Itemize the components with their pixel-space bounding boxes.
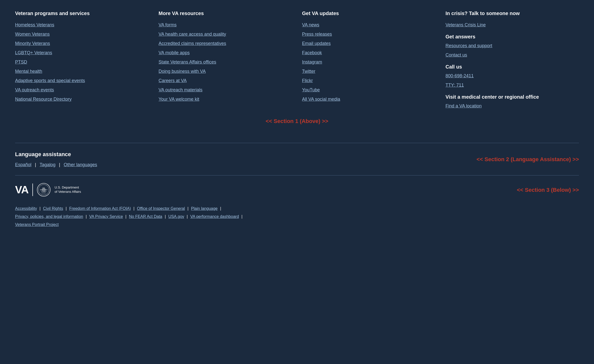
col4-answers-heading: Get answers: [445, 33, 579, 40]
col-crisis: In crisis? Talk to someone now Veterans …: [445, 10, 579, 112]
va-logo-text: VA: [15, 185, 28, 195]
link-national-resource-directory[interactable]: National Resource Directory: [15, 97, 72, 102]
language-heading: Language assistance: [15, 150, 97, 158]
branding-section: VA U.S. DEPARTMENT VETERANS AFFAIRS U.S.…: [0, 175, 594, 202]
link-facebook[interactable]: Facebook: [302, 50, 322, 55]
link-privacy-policies[interactable]: Privacy, policies, and legal information: [15, 214, 83, 220]
link-veterans-crisis-line[interactable]: Veterans Crisis Line: [445, 22, 486, 27]
link-foia[interactable]: Freedom of Information Act (FOIA): [69, 206, 131, 212]
link-all-va-social[interactable]: All VA social media: [302, 97, 340, 102]
va-logo-divider: [32, 184, 33, 196]
link-adaptive-sports[interactable]: Adaptive sports and special events: [15, 78, 85, 83]
language-sep-2: |: [59, 161, 60, 168]
link-careers-at-va[interactable]: Careers at VA: [159, 78, 187, 83]
link-contact-us[interactable]: Contact us: [445, 52, 467, 57]
col3-links: VA news Press releases Email updates Fac…: [302, 22, 435, 103]
col-veteran-programs: Veteran programs and services Homeless V…: [15, 10, 148, 112]
link-tty[interactable]: TTY: 711: [445, 82, 579, 89]
col2-links: VA forms VA health care access and quali…: [159, 22, 292, 103]
link-usa-gov[interactable]: USA.gov: [168, 214, 184, 220]
link-plain-language[interactable]: Plain language: [191, 206, 218, 212]
language-section: Language assistance Español | Tagalog | …: [0, 143, 594, 175]
col1-links: Homeless Veterans Women Veterans Minorit…: [15, 22, 148, 103]
link-va-forms[interactable]: VA forms: [159, 22, 177, 27]
link-va-health-care-access[interactable]: VA health care access and quality: [159, 32, 226, 37]
link-email-updates[interactable]: Email updates: [302, 41, 331, 46]
va-seal-icon: U.S. DEPARTMENT VETERANS AFFAIRS: [37, 183, 51, 197]
col2-heading: More VA resources: [159, 10, 292, 17]
link-no-fear-act[interactable]: No FEAR Act Data: [129, 214, 162, 220]
svg-text:AFFAIRS: AFFAIRS: [42, 192, 46, 194]
link-va-welcome-kit[interactable]: Your VA welcome kit: [159, 97, 199, 102]
link-youtube[interactable]: YouTube: [302, 87, 320, 92]
bottom-links-section: Accessibility | Civil Rights | Freedom o…: [0, 202, 594, 237]
svg-text:DEPARTMENT: DEPARTMENT: [40, 189, 48, 191]
link-press-releases[interactable]: Press releases: [302, 32, 332, 37]
link-lgbtq-veterans[interactable]: LGBTQ+ Veterans: [15, 50, 52, 55]
link-find-va-location[interactable]: Find a VA location: [445, 103, 482, 108]
section1-label: << Section 1 (Above) >>: [15, 112, 579, 133]
link-accredited-claims[interactable]: Accredited claims representatives: [159, 41, 226, 46]
bottom-row-3: Veterans Portrait Project: [15, 222, 579, 228]
col4-heading: In crisis? Talk to someone now: [445, 10, 579, 17]
col-va-updates: Get VA updates VA news Press releases Em…: [302, 10, 435, 112]
language-links: Español | Tagalog | Other languages: [15, 161, 97, 168]
link-va-news[interactable]: VA news: [302, 22, 319, 27]
language-sep-1: |: [35, 161, 36, 168]
link-va-outreach-materials[interactable]: VA outreach materials: [159, 87, 203, 92]
col3-heading: Get VA updates: [302, 10, 435, 17]
language-wrapper: Language assistance Español | Tagalog | …: [15, 150, 579, 168]
link-espanol[interactable]: Español: [15, 161, 31, 168]
svg-text:VETERANS: VETERANS: [41, 191, 46, 192]
col4-visit-links: Find a VA location: [445, 103, 579, 109]
svg-text:U.S.: U.S.: [42, 187, 45, 189]
link-minority-veterans[interactable]: Minority Veterans: [15, 41, 50, 46]
link-civil-rights[interactable]: Civil Rights: [43, 206, 63, 212]
link-women-veterans[interactable]: Women Veterans: [15, 32, 50, 37]
section3-label: << Section 3 (Below) >>: [517, 186, 579, 194]
link-twitter[interactable]: Twitter: [302, 69, 315, 74]
link-homeless-veterans[interactable]: Homeless Veterans: [15, 22, 54, 27]
link-mental-health[interactable]: Mental health: [15, 69, 42, 74]
link-accessibility[interactable]: Accessibility: [15, 206, 37, 212]
col1-heading: Veteran programs and services: [15, 10, 148, 17]
link-other-languages[interactable]: Other languages: [64, 161, 97, 168]
va-logo-area: VA U.S. DEPARTMENT VETERANS AFFAIRS U.S.…: [15, 183, 81, 197]
link-va-mobile-apps[interactable]: VA mobile apps: [159, 50, 190, 55]
language-content: Language assistance Español | Tagalog | …: [15, 150, 97, 168]
link-va-performance[interactable]: VA performance dashboard: [190, 214, 239, 220]
bottom-row-2: Privacy, policies, and legal information…: [15, 214, 579, 220]
link-resources-and-support[interactable]: Resources and support: [445, 43, 492, 48]
link-ptsd[interactable]: PTSD: [15, 59, 27, 65]
link-flickr[interactable]: Flickr: [302, 78, 313, 83]
link-va-privacy-service[interactable]: VA Privacy Service: [89, 214, 123, 220]
col4-visit-heading: Visit a medical center or regional offic…: [445, 94, 579, 100]
section2-label: << Section 2 (Language Assistance) >>: [476, 155, 579, 163]
col4-call-heading: Call us: [445, 64, 579, 70]
link-inspector-general[interactable]: Office of Inspector General: [137, 206, 185, 212]
footer-main: Veteran programs and services Homeless V…: [0, 0, 594, 143]
link-instagram[interactable]: Instagram: [302, 59, 322, 65]
link-doing-business[interactable]: Doing business with VA: [159, 69, 206, 74]
link-state-va-offices[interactable]: State Veterans Affairs offices: [159, 59, 216, 65]
col4-crisis-links: Veterans Crisis Line: [445, 22, 579, 28]
link-veterans-portrait[interactable]: Veterans Portrait Project: [15, 222, 59, 228]
va-dept-text: U.S. Department of Veterans Affairs: [55, 186, 81, 194]
bottom-row-1: Accessibility | Civil Rights | Freedom o…: [15, 206, 579, 212]
link-phone[interactable]: 800-698-2411: [445, 73, 579, 79]
footer-columns: Veteran programs and services Homeless V…: [15, 10, 579, 112]
col-more-resources: More VA resources VA forms VA health car…: [159, 10, 292, 112]
col4-answers-links: Resources and support Contact us: [445, 42, 579, 58]
link-tagalog[interactable]: Tagalog: [40, 161, 56, 168]
link-va-outreach-events[interactable]: VA outreach events: [15, 87, 54, 92]
